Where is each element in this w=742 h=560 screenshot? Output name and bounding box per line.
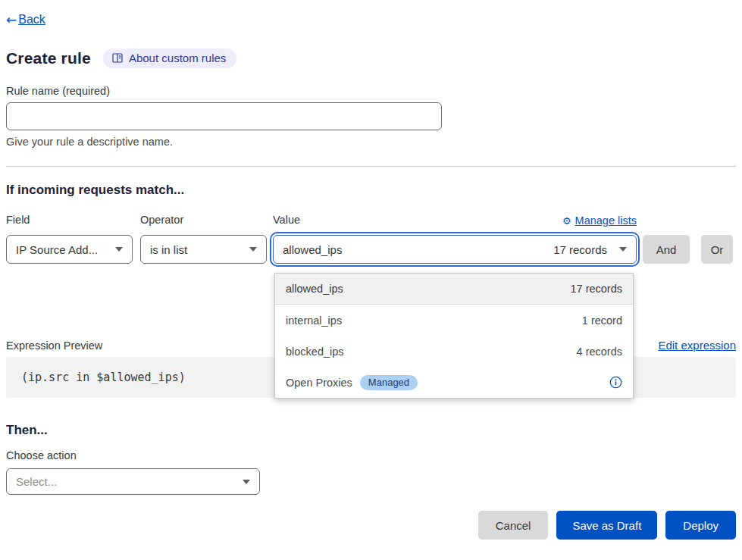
list-option-name: blocked_ips (286, 346, 344, 358)
field-select-value: IP Source Add... (16, 243, 98, 256)
about-custom-rules-label: About custom rules (129, 52, 226, 64)
operator-label: Operator (140, 214, 267, 227)
expression-code: (ip.src in $allowed_ips) (21, 371, 186, 384)
cancel-button[interactable]: Cancel (478, 511, 549, 540)
create-rule-page: ← Back Create rule About custom rules Ru… (0, 0, 742, 560)
action-select-placeholder: Select... (16, 475, 57, 488)
rule-name-helper-text: Give your rule a descriptive name. (6, 136, 736, 148)
save-as-draft-button[interactable]: Save as Draft (556, 511, 657, 540)
list-option-name: allowed_ips (286, 283, 343, 295)
info-icon[interactable] (609, 376, 622, 389)
gear-icon: ⚙ (562, 215, 571, 227)
value-select[interactable]: allowed_ips 17 records (273, 235, 637, 264)
list-option-meta: 17 records (570, 283, 622, 295)
match-section-heading: If incoming requests match... (6, 183, 736, 198)
or-button[interactable]: Or (701, 235, 733, 264)
back-arrow-icon: ← (6, 12, 17, 27)
operator-select-value: is in list (150, 243, 187, 256)
footer-actions: Cancel Save as Draft Deploy (6, 511, 736, 540)
action-select[interactable]: Select... (6, 468, 260, 495)
chevron-down-icon (115, 247, 123, 252)
title-row: Create rule About custom rules (6, 48, 736, 68)
edit-expression-link[interactable]: Edit expression (658, 339, 736, 352)
section-divider (6, 166, 736, 167)
operator-select[interactable]: is in list (140, 235, 267, 264)
chevron-down-icon (243, 480, 250, 484)
back-row: ← Back (6, 12, 736, 27)
rule-name-label: Rule name (required) (6, 85, 736, 97)
field-label: Field (6, 214, 133, 227)
list-option-meta: 1 record (582, 314, 622, 327)
rule-name-input[interactable] (6, 102, 442, 130)
manage-lists-label: Manage lists (575, 214, 637, 227)
list-option-blocked-ips[interactable]: blocked_ips 4 records (275, 336, 633, 367)
list-option-name: Open Proxies (286, 377, 352, 389)
back-link[interactable]: ← Back (6, 12, 45, 27)
back-link-label: Back (18, 13, 45, 27)
book-icon (112, 53, 123, 63)
about-custom-rules-link[interactable]: About custom rules (103, 48, 236, 68)
list-option-name: internal_ips (286, 314, 342, 327)
and-button[interactable]: And (643, 235, 690, 264)
page-title: Create rule (6, 49, 91, 67)
list-dropdown-panel: allowed_ips 17 records internal_ips 1 re… (274, 273, 634, 399)
value-label: Value (273, 214, 300, 227)
list-option-internal-ips[interactable]: internal_ips 1 record (275, 305, 633, 336)
manage-lists-link[interactable]: ⚙ Manage lists (562, 214, 637, 227)
value-select-meta: 17 records (553, 243, 607, 256)
field-select[interactable]: IP Source Add... (6, 235, 133, 264)
match-condition-row: Field IP Source Add... Operator is in li… (6, 214, 736, 264)
chevron-down-icon (619, 247, 627, 252)
list-option-open-proxies[interactable]: Open Proxies Managed (275, 367, 633, 398)
chevron-down-icon (249, 247, 257, 252)
then-section-heading: Then... (6, 423, 736, 438)
managed-badge: Managed (360, 375, 418, 390)
expression-preview-label: Expression Preview (6, 339, 102, 352)
value-select-value: allowed_ips (283, 243, 342, 256)
list-option-allowed-ips[interactable]: allowed_ips 17 records (275, 274, 633, 305)
choose-action-label: Choose action (6, 449, 736, 461)
deploy-button[interactable]: Deploy (665, 511, 736, 540)
list-option-meta: 4 records (577, 346, 622, 358)
